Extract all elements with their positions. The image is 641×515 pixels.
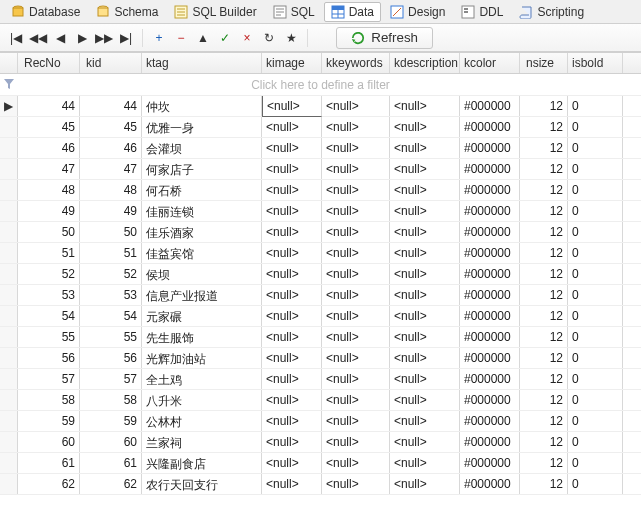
col-ktag[interactable]: ktag (142, 53, 262, 73)
cell-kid[interactable]: 52 (80, 264, 142, 284)
cell-kcolor[interactable]: #000000 (460, 138, 520, 158)
cell-ktag[interactable]: 佳丽连锁 (142, 201, 262, 221)
cell-recno[interactable]: 55 (18, 327, 80, 347)
cell-kid[interactable]: 49 (80, 201, 142, 221)
nav-next[interactable]: ▶ (74, 30, 90, 46)
nav-edit[interactable]: ▲ (195, 30, 211, 46)
cell-kdescription[interactable]: <null> (390, 453, 460, 473)
cell-kid[interactable]: 54 (80, 306, 142, 326)
cell-kdescription[interactable]: <null> (390, 201, 460, 221)
cell-isbold[interactable]: 0 (568, 432, 623, 452)
table-row[interactable]: 5050佳乐酒家<null><null><null>#000000120 (0, 222, 641, 243)
cell-kcolor[interactable]: #000000 (460, 369, 520, 389)
table-row[interactable]: 5959公林村<null><null><null>#000000120 (0, 411, 641, 432)
cell-kimage[interactable]: <null> (262, 327, 322, 347)
cell-kid[interactable]: 50 (80, 222, 142, 242)
cell-nsize[interactable]: 12 (520, 222, 568, 242)
cell-kimage[interactable]: <null> (262, 390, 322, 410)
table-row[interactable]: 4848何石桥<null><null><null>#000000120 (0, 180, 641, 201)
cell-kdescription[interactable]: <null> (390, 96, 460, 116)
cell-recno[interactable]: 61 (18, 453, 80, 473)
cell-kdescription[interactable]: <null> (390, 243, 460, 263)
table-row[interactable]: 6262农行天回支行<null><null><null>#000000120 (0, 474, 641, 495)
cell-isbold[interactable]: 0 (568, 159, 623, 179)
nav-prev[interactable]: ◀ (52, 30, 68, 46)
cell-kkeywords[interactable]: <null> (322, 411, 390, 431)
cell-isbold[interactable]: 0 (568, 474, 623, 494)
cell-kid[interactable]: 56 (80, 348, 142, 368)
cell-kcolor[interactable]: #000000 (460, 159, 520, 179)
cell-kkeywords[interactable]: <null> (322, 243, 390, 263)
cell-kid[interactable]: 44 (80, 96, 142, 116)
cell-kid[interactable]: 61 (80, 453, 142, 473)
cell-isbold[interactable]: 0 (568, 306, 623, 326)
cell-kdescription[interactable]: <null> (390, 306, 460, 326)
cell-nsize[interactable]: 12 (520, 96, 568, 116)
table-row[interactable]: 5353信息产业报道<null><null><null>#000000120 (0, 285, 641, 306)
cell-kkeywords[interactable]: <null> (322, 453, 390, 473)
cell-kkeywords[interactable]: <null> (322, 201, 390, 221)
cell-kcolor[interactable]: #000000 (460, 243, 520, 263)
cell-isbold[interactable]: 0 (568, 453, 623, 473)
cell-recno[interactable]: 47 (18, 159, 80, 179)
cell-kkeywords[interactable]: <null> (322, 348, 390, 368)
cell-nsize[interactable]: 12 (520, 474, 568, 494)
cell-isbold[interactable]: 0 (568, 411, 623, 431)
nav-prevpage[interactable]: ◀◀ (30, 30, 46, 46)
cell-ktag[interactable]: 兴隆副食店 (142, 453, 262, 473)
cell-kimage[interactable]: <null> (262, 264, 322, 284)
table-row[interactable]: 4747何家店子<null><null><null>#000000120 (0, 159, 641, 180)
cell-kkeywords[interactable]: <null> (322, 327, 390, 347)
cell-isbold[interactable]: 0 (568, 348, 623, 368)
nav-cancel[interactable]: × (239, 30, 255, 46)
cell-nsize[interactable]: 12 (520, 390, 568, 410)
cell-recno[interactable]: 52 (18, 264, 80, 284)
cell-nsize[interactable]: 12 (520, 180, 568, 200)
cell-kimage[interactable]: <null> (262, 453, 322, 473)
cell-kcolor[interactable]: #000000 (460, 201, 520, 221)
cell-isbold[interactable]: 0 (568, 138, 623, 158)
cell-kimage[interactable]: <null> (262, 159, 322, 179)
cell-ktag[interactable]: 会灌坝 (142, 138, 262, 158)
cell-kcolor[interactable]: #000000 (460, 306, 520, 326)
nav-last[interactable]: ▶| (118, 30, 134, 46)
cell-kimage[interactable]: <null> (262, 348, 322, 368)
cell-kkeywords[interactable]: <null> (322, 306, 390, 326)
cell-kdescription[interactable]: <null> (390, 159, 460, 179)
cell-kimage[interactable]: <null> (262, 285, 322, 305)
cell-kdescription[interactable]: <null> (390, 432, 460, 452)
cell-kimage[interactable]: <null> (262, 432, 322, 452)
cell-kdescription[interactable]: <null> (390, 117, 460, 137)
table-row[interactable]: 5454元家碾<null><null><null>#000000120 (0, 306, 641, 327)
table-row[interactable]: 5252侯坝<null><null><null>#000000120 (0, 264, 641, 285)
cell-kdescription[interactable]: <null> (390, 411, 460, 431)
cell-kkeywords[interactable]: <null> (322, 285, 390, 305)
tab-database[interactable]: Database (4, 2, 87, 22)
cell-kdescription[interactable]: <null> (390, 390, 460, 410)
cell-kdescription[interactable]: <null> (390, 285, 460, 305)
tab-sql[interactable]: SQL (266, 2, 322, 22)
cell-kid[interactable]: 62 (80, 474, 142, 494)
cell-recno[interactable]: 59 (18, 411, 80, 431)
cell-kkeywords[interactable]: <null> (322, 180, 390, 200)
cell-kid[interactable]: 45 (80, 117, 142, 137)
tab-scripting[interactable]: Scripting (512, 2, 591, 22)
cell-recno[interactable]: 58 (18, 390, 80, 410)
cell-recno[interactable]: 51 (18, 243, 80, 263)
cell-ktag[interactable]: 优雅一身 (142, 117, 262, 137)
cell-recno[interactable]: 62 (18, 474, 80, 494)
cell-kdescription[interactable]: <null> (390, 264, 460, 284)
cell-kimage[interactable]: <null> (262, 474, 322, 494)
cell-isbold[interactable]: 0 (568, 222, 623, 242)
cell-nsize[interactable]: 12 (520, 117, 568, 137)
col-kimage[interactable]: kimage (262, 53, 322, 73)
col-kid[interactable]: kid (80, 53, 142, 73)
cell-recno[interactable]: 46 (18, 138, 80, 158)
cell-isbold[interactable]: 0 (568, 264, 623, 284)
col-kdescription[interactable]: kdescription (390, 53, 460, 73)
cell-kid[interactable]: 47 (80, 159, 142, 179)
cell-recno[interactable]: 53 (18, 285, 80, 305)
cell-ktag[interactable]: 光辉加油站 (142, 348, 262, 368)
cell-isbold[interactable]: 0 (568, 327, 623, 347)
cell-nsize[interactable]: 12 (520, 432, 568, 452)
